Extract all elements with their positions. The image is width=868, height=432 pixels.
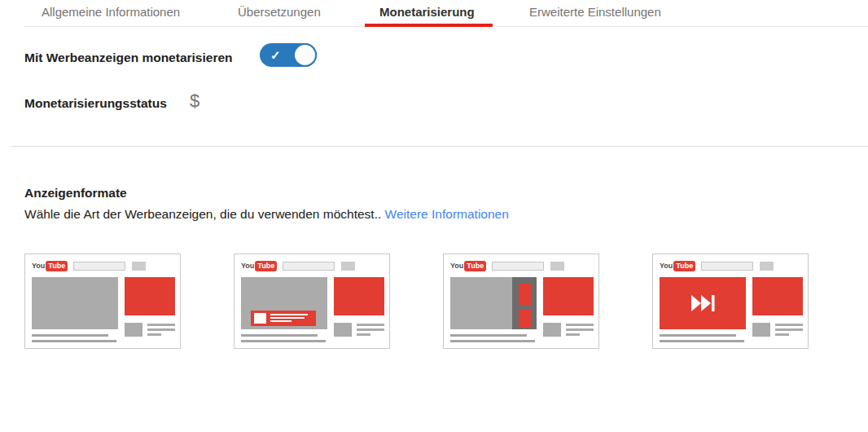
- ad-format-sponsored-infocards: YouTube: [443, 253, 634, 432]
- youtube-header-mock: YouTube: [450, 260, 564, 271]
- youtube-logo: You: [241, 262, 254, 270]
- tab-general-information[interactable]: Allgemeine Informationen: [42, 0, 180, 24]
- sidebar-mock: [334, 277, 384, 337]
- youtube-logo: You: [660, 262, 673, 270]
- video-thumb-mock: [334, 323, 352, 337]
- infocard-panel-mock: [512, 277, 537, 329]
- text-line-mock: [357, 333, 370, 336]
- text-line-mock: [32, 340, 116, 342]
- text-line-mock: [660, 334, 736, 337]
- suggested-video-mock: [334, 323, 384, 337]
- video-thumb-mock: [125, 323, 142, 337]
- more-information-link[interactable]: Weitere Informationen: [385, 207, 509, 221]
- search-button-mock: [760, 262, 774, 271]
- skip-ad-icon: [690, 295, 716, 311]
- skippable-video-preview: YouTube: [652, 253, 809, 349]
- text-line-mock: [450, 334, 527, 337]
- youtube-logo-tube: Tube: [46, 261, 68, 271]
- video-title-lines-mock: [450, 334, 535, 342]
- text-line-mock: [775, 324, 803, 326]
- youtube-header-mock: YouTube: [660, 260, 774, 271]
- monetization-status-label: Monetarisierungsstatus: [24, 96, 167, 111]
- search-button-mock: [341, 262, 355, 271]
- video-title-lines-mock: [660, 334, 744, 342]
- tab-monetization[interactable]: Monetarisierung: [379, 0, 475, 24]
- text-line-mock: [147, 324, 175, 326]
- infocard-mock: [519, 284, 531, 305]
- text-line-mock: [241, 340, 326, 342]
- text-line-mock: [270, 314, 308, 315]
- ad-formats-description: Wähle die Art der Werbeanzeigen, die du …: [24, 207, 509, 222]
- suggested-video-mock: [752, 323, 803, 337]
- youtube-logo: You: [32, 262, 45, 270]
- sidebar-mock: [543, 277, 594, 337]
- text-line-mock: [775, 333, 789, 336]
- video-thumb-mock: [543, 323, 561, 337]
- search-bar-mock: [73, 262, 125, 271]
- youtube-logo-tube: Tube: [464, 261, 486, 271]
- search-bar-mock: [283, 262, 335, 271]
- tab-translations[interactable]: Übersetzungen: [238, 0, 321, 24]
- text-line-mock: [660, 340, 744, 342]
- display-network-preview: YouTube: [24, 253, 181, 349]
- text-line-mock: [566, 324, 594, 326]
- ad-formats-description-text: Wähle die Art der Werbeanzeigen, die du …: [24, 207, 381, 221]
- tab-advanced-settings[interactable]: Erweiterte Einstellungen: [529, 0, 661, 24]
- section-divider: [11, 146, 868, 147]
- ad-formats-title: Anzeigenformate: [24, 186, 127, 201]
- text-line-mock: [357, 324, 384, 326]
- sidebar-mock: [752, 277, 803, 337]
- text-line-mock: [566, 333, 580, 336]
- youtube-logo: You: [450, 262, 463, 270]
- suggested-video-mock: [125, 323, 175, 337]
- text-line-mock: [32, 334, 108, 337]
- tab-bar: Allgemeine Informationen Übersetzungen M…: [0, 0, 868, 27]
- sidebar-mock: [125, 277, 175, 337]
- video-player-mock: [241, 277, 327, 329]
- text-line-mock: [450, 340, 535, 342]
- display-ad-mock: [752, 277, 803, 315]
- sponsored-infocards-preview: YouTube: [443, 253, 599, 349]
- suggested-video-mock: [543, 323, 594, 337]
- youtube-header-mock: YouTube: [32, 260, 146, 271]
- monetize-toggle[interactable]: ✓: [260, 43, 317, 67]
- search-button-mock: [550, 262, 564, 271]
- monetize-with-ads-label: Mit Werbeanzeigen monetarisieren: [24, 51, 233, 65]
- video-thumb-mock: [752, 323, 770, 337]
- dollar-icon: $: [190, 90, 199, 112]
- video-title-lines-mock: [241, 334, 326, 342]
- text-line-mock: [147, 328, 175, 331]
- video-title-lines-mock: [32, 334, 116, 342]
- display-ad-mock: [334, 277, 384, 315]
- video-player-mock: [450, 277, 537, 329]
- youtube-header-mock: YouTube: [241, 260, 355, 271]
- text-line-mock: [270, 320, 292, 322]
- toggle-knob[interactable]: [293, 43, 317, 67]
- youtube-logo-tube: Tube: [673, 261, 695, 271]
- text-line-mock: [566, 328, 594, 331]
- overlay-ad-banner-mock: [251, 311, 316, 326]
- text-line-mock: [270, 317, 305, 319]
- text-line-mock: [357, 328, 384, 331]
- ad-format-overlay: YouTube: [234, 253, 425, 432]
- overlay-ads-preview: YouTube: [234, 253, 390, 349]
- text-line-mock: [775, 328, 803, 331]
- search-bar-mock: [701, 262, 753, 271]
- video-player-mock: [32, 277, 118, 329]
- video-ad-player-mock: [660, 277, 746, 329]
- text-line-mock: [241, 334, 318, 337]
- check-icon: ✓: [270, 47, 281, 63]
- search-button-mock: [132, 262, 146, 271]
- overlay-ad-thumb-mock: [254, 313, 266, 324]
- infocard-mock: [519, 310, 531, 328]
- youtube-logo-tube: Tube: [255, 261, 277, 271]
- text-line-mock: [147, 333, 161, 336]
- display-ad-mock: [543, 277, 594, 315]
- display-ad-mock: [125, 277, 175, 315]
- ad-format-skippable-video: YouTube: [652, 253, 844, 432]
- search-bar-mock: [492, 262, 544, 271]
- ad-format-display-network: YouTube Displaynetzwerk-An: [24, 253, 216, 432]
